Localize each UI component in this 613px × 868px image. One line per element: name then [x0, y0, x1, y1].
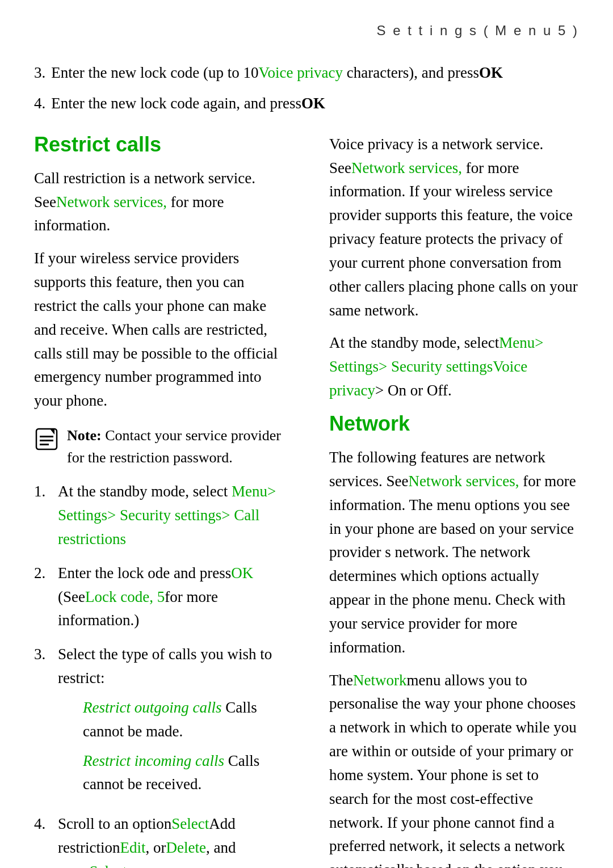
right-column: Voice privacy is a network service. SeeN…: [318, 133, 579, 868]
svg-rect-3: [40, 444, 49, 445]
step-text-1: At the standby mode, select Menu> Settin…: [58, 480, 284, 551]
intro-item-3: 3. Enter the new lock code (up to 10Voic…: [34, 61, 579, 85]
network-para-1: The following features are network servi…: [329, 446, 579, 660]
step-text-3: Select the type of calls you wish to res…: [58, 643, 284, 802]
step-3: 3. Select the type of calls you wish to …: [34, 643, 284, 802]
restrict-calls-steps: 1. At the standby mode, select Menu> Set…: [34, 480, 284, 868]
left-column: Restrict calls Call restriction is a net…: [34, 133, 295, 868]
restrict-incoming-link[interactable]: Restrict incoming calls: [83, 752, 224, 769]
header-title: S e t t i n g s ( M e n u 5 ): [377, 23, 579, 38]
restrict-outgoing-link[interactable]: Restrict outgoing calls: [83, 699, 221, 716]
svg-marker-4: [50, 429, 54, 435]
step-num-2: 2.: [34, 562, 52, 585]
svg-rect-2: [40, 440, 53, 441]
intro-num-4: 4.: [34, 92, 45, 116]
step-2: 2. Enter the lock ode and pressOK (SeeLo…: [34, 562, 284, 633]
ok-link-2[interactable]: OK: [231, 564, 253, 582]
intro-item-4: 4. Enter the new lock code again, and pr…: [34, 92, 579, 116]
voice-privacy-para-2: At the standby mode, selectMenu> Setting…: [329, 331, 579, 403]
restrict-calls-heading: Restrict calls: [34, 133, 284, 157]
lock-code-link[interactable]: Lock code, 5: [85, 588, 165, 605]
network-services-link-1[interactable]: Network services,: [56, 193, 167, 210]
step-num-3: 3.: [34, 643, 52, 667]
settings-security-link-vp[interactable]: Settings> Security settings: [329, 358, 493, 375]
menu-link-vp[interactable]: Menu>: [499, 334, 543, 351]
restrict-calls-para-2: If your wireless service providers suppo…: [34, 247, 284, 413]
network-para-2: TheNetworkmenu allows you to personalise…: [329, 669, 579, 868]
voice-privacy-link-intro[interactable]: Voice privacy: [258, 64, 343, 81]
page-container: S e t t i n g s ( M e n u 5 ) 3. Enter t…: [0, 0, 613, 868]
menu-settings-link-1[interactable]: Menu> Settings> Security settings> Call …: [58, 483, 276, 547]
svg-rect-1: [40, 436, 53, 437]
note-icon: [34, 427, 59, 452]
sub-item-incoming: Restrict incoming calls Calls cannot be …: [83, 749, 284, 797]
select-link-2[interactable]: Select: [90, 863, 127, 868]
network-inline-link[interactable]: Network: [353, 672, 406, 689]
note-box: Note: Contact your service provider for …: [34, 424, 284, 469]
step-1: 1. At the standby mode, select Menu> Set…: [34, 480, 284, 551]
note-text: Note: Contact your service provider for …: [67, 424, 284, 469]
step-num-4: 4.: [34, 812, 52, 836]
intro-text-4: Enter the new lock code again, and press…: [51, 92, 325, 116]
ok-bold-1: OK: [479, 64, 503, 81]
page-header: S e t t i n g s ( M e n u 5 ): [34, 23, 579, 39]
network-heading: Network: [329, 412, 579, 436]
step-text-4: Scroll to an optionSelectAdd restriction…: [58, 812, 284, 868]
top-intro-section: 3. Enter the new lock code (up to 10Voic…: [34, 61, 579, 116]
ok-bold-2: OK: [301, 95, 325, 112]
voice-privacy-section: Voice privacy is a network service. SeeN…: [329, 133, 579, 403]
network-services-link-n1[interactable]: Network services,: [408, 473, 519, 490]
network-services-link-vp[interactable]: Network services,: [351, 159, 462, 176]
restrict-calls-para-1: Call restriction is a network service. S…: [34, 167, 284, 238]
step-4: 4. Scroll to an optionSelectAdd restrict…: [34, 812, 284, 868]
intro-list: 3. Enter the new lock code (up to 10Voic…: [34, 61, 579, 116]
step-num-1: 1.: [34, 480, 52, 504]
edit-link[interactable]: Edit: [120, 839, 145, 856]
sub-item-outgoing: Restrict outgoing calls Calls cannot be …: [83, 696, 284, 744]
delete-link[interactable]: Delete: [166, 839, 205, 856]
step-text-2: Enter the lock ode and pressOK (SeeLock …: [58, 562, 284, 633]
select-link[interactable]: Select: [171, 815, 209, 832]
intro-text-3: Enter the new lock code (up to 10Voice p…: [51, 61, 503, 85]
intro-num-3: 3.: [34, 61, 45, 85]
voice-privacy-para-1: Voice privacy is a network service. SeeN…: [329, 133, 579, 323]
two-column-layout: Restrict calls Call restriction is a net…: [34, 133, 579, 868]
